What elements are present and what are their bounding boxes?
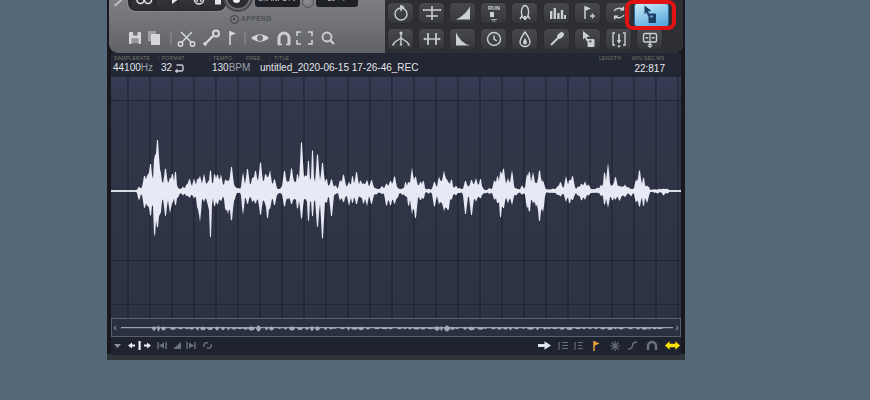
svg-text:RUN: RUN [488, 5, 500, 11]
